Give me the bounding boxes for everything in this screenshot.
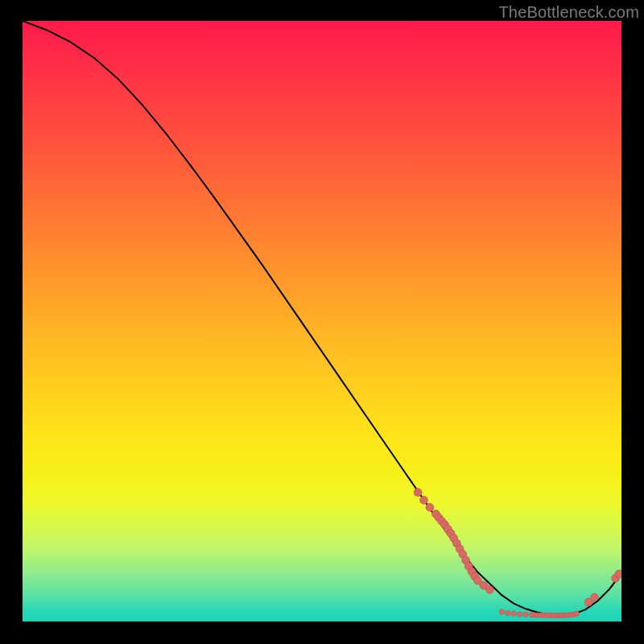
chart-container: TheBottleneck.com	[0, 0, 644, 644]
data-point	[505, 610, 510, 615]
data-point	[485, 585, 493, 593]
data-point	[523, 612, 528, 617]
data-point	[591, 593, 599, 601]
plot-area	[23, 21, 621, 621]
data-point	[499, 609, 504, 614]
data-point	[511, 611, 516, 616]
chart-svg	[23, 21, 621, 621]
data-point	[574, 611, 579, 616]
main-curve	[23, 21, 621, 616]
data-point	[615, 570, 621, 578]
watermark-text: TheBottleneck.com	[498, 3, 639, 22]
data-point	[419, 496, 427, 504]
scatter-right	[584, 570, 621, 606]
data-point	[414, 489, 422, 497]
scatter-flat	[499, 609, 579, 618]
data-point	[426, 503, 434, 511]
data-point	[517, 612, 522, 617]
